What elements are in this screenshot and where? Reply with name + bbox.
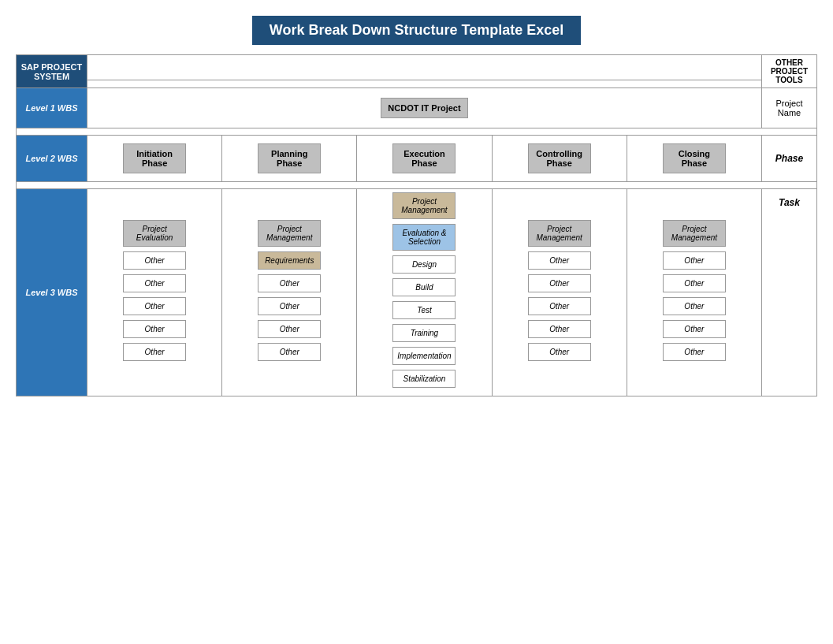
- initiation-task-1: Other: [123, 251, 186, 270]
- page-title-container: Work Break Down Structure Template Excel: [16, 16, 817, 45]
- closing-task-1: Other: [663, 251, 726, 270]
- execution-task-0: Project Management: [392, 192, 456, 219]
- controlling-tasks-col: Project Management Other Other Other Oth…: [492, 189, 627, 396]
- task-label-cell: Task: [762, 189, 817, 396]
- controlling-task-4: Other: [528, 320, 591, 338]
- planning-task-3: Other: [258, 297, 321, 315]
- initiation-task-4: Other: [123, 320, 186, 338]
- level1-ncdot-cell: NCDOT IT Project: [87, 88, 762, 128]
- planning-task-0: Project Management: [258, 220, 321, 247]
- planning-phase-box: Planning Phase: [258, 143, 321, 173]
- execution-task-2: Design: [392, 255, 456, 274]
- ncdot-box: NCDOT IT Project: [381, 98, 467, 118]
- controlling-phase-cell: Controlling Phase: [492, 136, 627, 182]
- planning-task-5: Other: [258, 343, 321, 361]
- planning-task-4: Other: [258, 320, 321, 338]
- level1-wbs-label: Level 1 WBS: [17, 88, 87, 128]
- initiation-task-5: Other: [123, 343, 186, 361]
- initiation-phase-cell: Initiation Phase: [87, 136, 222, 182]
- spacer-row1: [17, 128, 817, 136]
- execution-phase-box: Execution Phase: [392, 143, 456, 173]
- execution-task-3: Build: [392, 278, 456, 296]
- execution-phase-cell: Execution Phase: [357, 136, 492, 182]
- planning-tasks-col: Project Management Requirements Other Ot…: [222, 189, 357, 396]
- closing-task-0: Project Management: [663, 220, 726, 247]
- planning-phase-cell: Planning Phase: [222, 136, 357, 182]
- top-spacer2: [87, 80, 762, 88]
- initiation-task-0: Project Evaluation: [123, 220, 186, 247]
- level2-wbs-label: Level 2 WBS: [17, 136, 87, 182]
- other-project-tools-header: OTHER PROJECT TOOLS: [762, 55, 817, 88]
- controlling-task-0: Project Management: [528, 220, 591, 247]
- top-spacer: [87, 55, 762, 80]
- closing-tasks-col: Project Management Other Other Other Oth…: [627, 189, 761, 396]
- spacer-row2: [17, 182, 817, 189]
- execution-tasks-col: Project Management Evaluation & Selectio…: [357, 189, 492, 396]
- closing-task-3: Other: [663, 297, 726, 315]
- initiation-phase-box: Initiation Phase: [123, 143, 186, 173]
- closing-phase-box: Closing Phase: [663, 143, 726, 173]
- controlling-phase-box: Controlling Phase: [528, 143, 591, 173]
- execution-task-7: Stabilization: [392, 370, 456, 388]
- closing-task-2: Other: [663, 274, 726, 292]
- closing-task-5: Other: [663, 343, 726, 361]
- closing-task-4: Other: [663, 320, 726, 338]
- execution-task-4: Test: [392, 301, 456, 319]
- execution-task-6: Implementation: [392, 347, 456, 365]
- initiation-task-3: Other: [123, 297, 186, 315]
- sap-project-system-header: SAP PROJECT SYSTEM: [17, 55, 87, 88]
- execution-task-1: Evaluation & Selection: [392, 224, 456, 251]
- controlling-task-5: Other: [528, 343, 591, 361]
- controlling-task-3: Other: [528, 297, 591, 315]
- page-title: Work Break Down Structure Template Excel: [252, 16, 581, 45]
- execution-task-5: Training: [392, 324, 456, 342]
- project-name-cell: Project Name: [762, 88, 817, 128]
- controlling-task-1: Other: [528, 251, 591, 270]
- phase-label-cell: Phase: [762, 136, 817, 182]
- controlling-task-2: Other: [528, 274, 591, 292]
- planning-task-2: Other: [258, 274, 321, 292]
- wbs-table: SAP PROJECT SYSTEM OTHER PROJECT TOOLS L…: [16, 54, 817, 396]
- initiation-tasks-col: Project Evaluation Other Other Other Oth…: [87, 189, 222, 396]
- level3-wbs-label: Level 3 WBS: [17, 189, 87, 396]
- closing-phase-cell: Closing Phase: [627, 136, 761, 182]
- planning-task-1: Requirements: [258, 251, 321, 270]
- initiation-task-2: Other: [123, 274, 186, 292]
